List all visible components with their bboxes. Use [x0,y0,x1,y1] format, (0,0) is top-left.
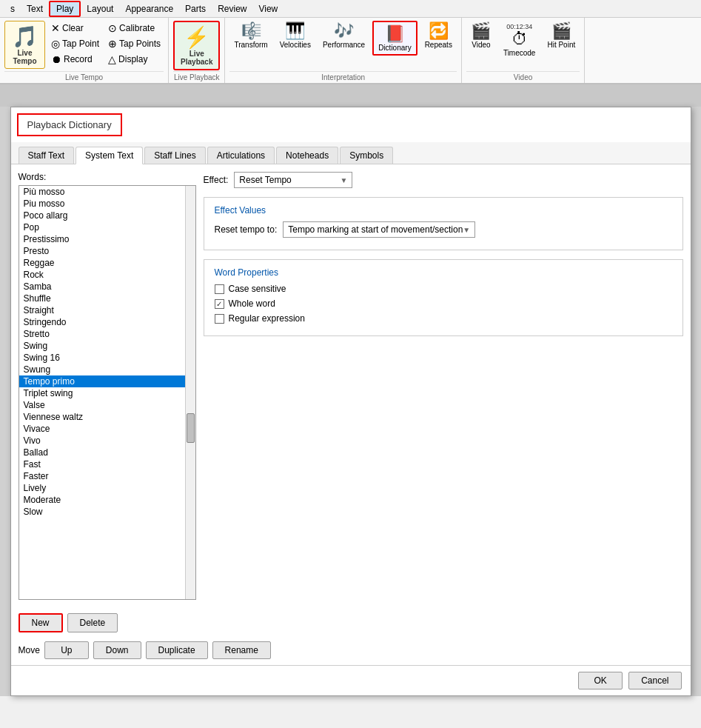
transform-button[interactable]: 🎼 Transform [229,21,272,51]
scrollbar-track[interactable] [185,186,195,599]
menu-play[interactable]: Play [49,1,81,17]
word-list-item[interactable]: Valse [19,399,185,411]
live-tempo-button[interactable]: 🎵 LiveTempo [4,21,45,69]
dictionary-label: Dictionary [378,44,411,52]
reset-tempo-select[interactable]: Tempo marking at start of movement/secti… [283,221,475,238]
interpretation-btns: 🎼 Transform 🎹 Velocities 🎶 Performance 📕… [229,21,456,71]
tab-articulations[interactable]: Articulations [207,147,275,164]
word-list-item[interactable]: Pop [19,221,185,233]
menu-parts[interactable]: Parts [179,2,212,16]
word-list-item[interactable]: Stringendo [19,316,185,328]
down-button[interactable]: Down [93,641,141,659]
word-list-item[interactable]: Triplet swing [19,387,185,399]
word-list-item[interactable]: Piu mosso [19,198,185,210]
performance-label: Performance [323,41,365,49]
performance-icon: 🎶 [334,23,354,39]
word-list-item[interactable]: Prestissimo [19,233,185,245]
word-list-item[interactable]: Samba [19,281,185,293]
clear-button[interactable]: ✕ Clear [48,21,102,36]
word-list-item[interactable]: Vivo [19,435,185,447]
up-button[interactable]: Up [44,641,89,659]
velocities-button[interactable]: 🎹 Velocities [275,21,315,51]
word-list-item[interactable]: Faster [19,470,185,482]
timecode-button[interactable]: 00:12:34 ⏱ Timecode [499,21,540,59]
whole-word-checkbox[interactable]: ✓ [215,299,224,309]
reset-tempo-dropdown-arrow: ▼ [463,226,470,234]
word-list-wrapper: Più mossoPiu mossoPoco allargPopPrestiss… [19,185,196,600]
word-list-item[interactable]: Swing 16 [19,352,185,364]
calibrate-button[interactable]: ⊙ Calibrate [105,21,164,36]
performance-button[interactable]: 🎶 Performance [318,21,369,51]
tap-points-button[interactable]: ⊕ Tap Points [105,36,164,51]
word-list-item[interactable]: Shuffle [19,293,185,304]
word-list-item[interactable]: Slow [19,506,185,518]
tab-noteheads[interactable]: Noteheads [276,147,338,164]
interpretation-group-title: Interpretation [229,71,456,81]
dialog-body: Words: Più mossoPiu mossoPoco allargPopP… [11,164,691,607]
ok-button[interactable]: OK [578,672,623,689]
duplicate-button[interactable]: Duplicate [146,641,208,659]
reset-tempo-row: Reset tempo to: Tempo marking at start o… [215,221,672,238]
tap-point-button[interactable]: ◎ Tap Point [48,36,102,51]
video-icon: 🎬 [471,23,491,39]
hit-point-button[interactable]: 🎬 Hit Point [543,21,580,51]
menu-review[interactable]: Review [212,2,252,16]
live-playback-button[interactable]: ⚡ LivePlayback [173,21,220,70]
case-sensitive-checkbox[interactable] [215,284,224,294]
hit-point-icon: 🎬 [551,23,571,39]
repeats-icon: 🔁 [429,23,449,39]
word-list-item[interactable]: Più mosso [19,186,185,198]
record-button[interactable]: ⏺ Record [48,52,102,67]
word-list-item[interactable]: Poco allarg [19,210,185,221]
scrollbar-thumb[interactable] [187,413,195,443]
word-list-scroll[interactable]: Più mossoPiu mossoPoco allargPopPrestiss… [19,186,185,599]
video-label: Video [472,41,490,49]
menu-text[interactable]: Text [21,2,49,16]
word-list-item[interactable]: Stretto [19,328,185,340]
menu-appearance[interactable]: Appearance [119,2,179,16]
calibrate-label: Calibrate [119,23,155,33]
dictionary-icon: 📕 [385,24,405,44]
menu-view[interactable]: View [252,2,284,16]
calibrate-icon: ⊙ [108,22,117,34]
word-list-item[interactable]: Tempo primo [19,375,185,387]
word-list-item[interactable]: Straight [19,304,185,316]
word-list-item[interactable]: Vivace [19,423,185,435]
main-area: Playback Dictionary Staff Text System Te… [0,107,701,696]
regular-expression-checkbox[interactable] [215,314,224,324]
word-list-item[interactable]: Viennese waltz [19,411,185,423]
display-button[interactable]: △ Display [105,52,164,67]
menu-s[interactable]: s [4,2,21,16]
regular-expression-row[interactable]: Regular expression [215,313,672,324]
rename-button[interactable]: Rename [212,641,271,659]
word-list-item[interactable]: Rock [19,269,185,281]
effect-select[interactable]: Reset Tempo ▼ [234,172,352,188]
dictionary-button[interactable]: 📕 Dictionary [372,21,417,56]
new-button[interactable]: New [19,613,63,632]
word-list-item[interactable]: Reggae [19,257,185,269]
dialog-titlebar: Playback Dictionary [17,113,122,136]
word-list-item[interactable]: Presto [19,245,185,257]
word-list-item[interactable]: Fast [19,458,185,470]
tab-staff-lines[interactable]: Staff Lines [144,147,205,164]
interpretation-group: 🎼 Transform 🎹 Velocities 🎶 Performance 📕… [225,18,461,83]
repeats-label: Repeats [425,41,452,49]
menu-layout[interactable]: Layout [81,2,119,16]
delete-button[interactable]: Delete [67,613,118,632]
case-sensitive-row[interactable]: Case sensitive [215,284,672,294]
live-tempo-group-title: Live Tempo [4,71,164,81]
word-list-item[interactable]: Moderate [19,494,185,506]
whole-word-row[interactable]: ✓ Whole word [215,298,672,309]
tab-staff-text[interactable]: Staff Text [19,147,75,164]
ribbon: 🎵 LiveTempo ✕ Clear ◎ Tap Point ⏺ Record [0,18,701,84]
video-button[interactable]: 🎬 Video [466,21,496,51]
word-list-item[interactable]: Lively [19,482,185,494]
tab-symbols[interactable]: Symbols [340,147,393,164]
word-list-item[interactable]: Ballad [19,447,185,458]
word-list-item[interactable]: Swung [19,364,185,375]
clear-label: Clear [62,23,84,33]
tab-system-text[interactable]: System Text [76,147,143,164]
word-list-item[interactable]: Swing [19,340,185,352]
cancel-button[interactable]: Cancel [628,672,681,689]
repeats-button[interactable]: 🔁 Repeats [420,21,457,51]
